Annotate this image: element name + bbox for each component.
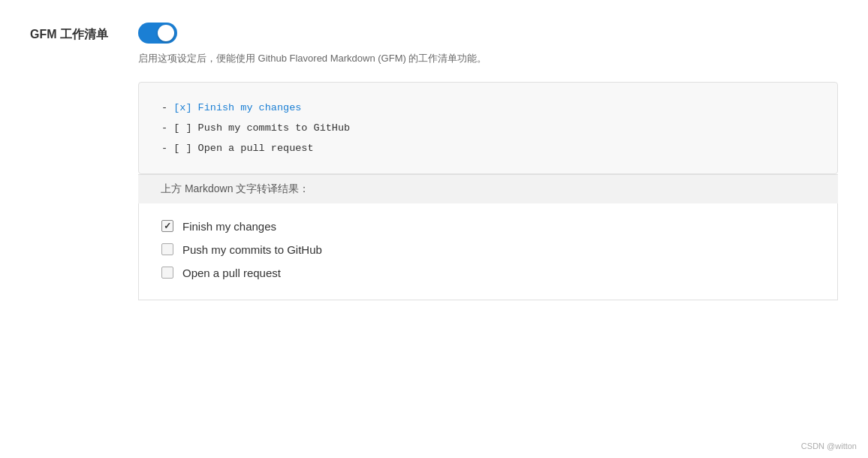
checkbox-unchecked-2 [161,267,173,279]
code-line-1: - [x] Finish my changes [161,98,815,118]
item-label-2: Push my commits to GitHub [182,243,322,256]
checkbox-unchecked-1 [161,243,173,255]
list-item: Finish my changes [161,215,815,238]
code-line-3: - [ ] Open a pull request [161,138,815,158]
item-label-3: Open a pull request [182,267,281,279]
demo-area: - [x] Finish my changes - [ ] Push my co… [138,82,838,300]
setting-row: GFM 工作清单 启用这项设定后，便能使用 Github Flavored Ma… [30,23,838,300]
code-line-2: - [ ] Push my commits to GitHub [161,118,815,138]
list-item: Push my commits to GitHub [161,238,815,261]
setting-label: GFM 工作清单 [30,23,108,43]
rendered-block: Finish my changes Push my commits to Git… [138,203,838,300]
checkbox-checked [161,220,173,232]
setting-description: 启用这项设定后，便能使用 Github Flavored Markdown (G… [138,51,838,67]
setting-right: 启用这项设定后，便能使用 Github Flavored Markdown (G… [138,23,838,300]
code-checked-1: [x] Finish my changes [173,102,301,113]
page-wrapper: GFM 工作清单 启用这项设定后，便能使用 Github Flavored Ma… [0,0,868,345]
list-item: Open a pull request [161,261,815,285]
translation-label: 上方 Markdown 文字转译结果： [138,174,838,203]
item-label-1: Finish my changes [182,220,276,233]
code-block: - [x] Finish my changes - [ ] Push my co… [138,82,838,174]
watermark: CSDN @witton [801,441,857,450]
toggle-slider [138,23,177,44]
gfm-toggle[interactable] [138,23,177,44]
